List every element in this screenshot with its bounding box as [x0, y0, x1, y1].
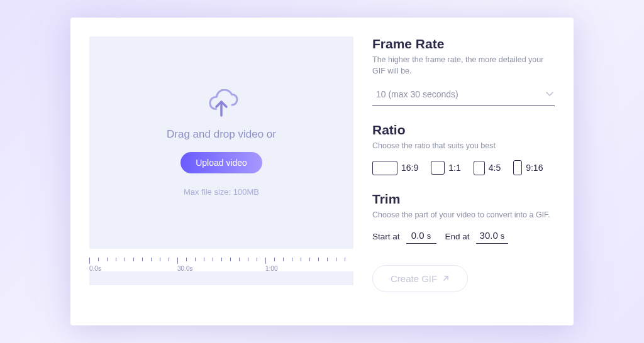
- ratio-box-icon: [474, 161, 485, 175]
- ratio-box-icon: [431, 161, 445, 175]
- trim-end-value: 30.0: [480, 230, 498, 241]
- trim-end-input[interactable]: 30.0 s: [476, 230, 509, 244]
- ratio-desc: Choose the ratio that suits you best: [372, 140, 555, 151]
- create-gif-label: Create GIF: [391, 273, 437, 284]
- trim-unit: s: [427, 231, 431, 241]
- trim-desc: Choose the part of your video to convert…: [372, 209, 555, 220]
- upload-video-button[interactable]: Upload video: [180, 152, 262, 173]
- trim-unit: s: [501, 231, 505, 241]
- timeline-label-1: 30.0s: [177, 265, 265, 272]
- ratio-title: Ratio: [372, 122, 555, 138]
- trim-end-group: End at 30.0 s: [445, 230, 509, 244]
- ratio-box-icon: [372, 161, 397, 175]
- right-column: Frame Rate The higher the frame rate, th…: [372, 36, 555, 308]
- timeline-track[interactable]: [89, 271, 353, 285]
- trim-start-value: 0.0: [411, 230, 425, 241]
- ratio-label: 16:9: [401, 163, 418, 173]
- ratio-option-16-9[interactable]: 16:9: [372, 161, 418, 175]
- timeline-label-2: 1:00: [265, 265, 353, 272]
- timeline-label-0: 0.0s: [89, 265, 177, 272]
- timeline-ruler: 0.0s 30.0s 1:00: [89, 258, 353, 268]
- gif-editor-card: Drag and drop video or Upload video Max …: [70, 18, 574, 325]
- chevron-down-icon: [546, 92, 553, 97]
- trim-end-label: End at: [445, 232, 470, 244]
- trim-start-group: Start at 0.0 s: [372, 230, 436, 244]
- upload-cloud-icon: [204, 89, 239, 118]
- trim-start-input[interactable]: 0.0 s: [406, 230, 436, 244]
- ratio-option-4-5[interactable]: 4:5: [474, 161, 501, 175]
- left-column: Drag and drop video or Upload video Max …: [89, 36, 353, 308]
- frame-rate-desc: The higher the frame rate, the more deta…: [372, 54, 555, 77]
- ratio-section: Ratio Choose the ratio that suits you be…: [372, 122, 555, 192]
- frame-rate-select[interactable]: 10 (max 30 seconds): [372, 85, 555, 106]
- frame-rate-value: 10 (max 30 seconds): [376, 89, 458, 99]
- trim-section: Trim Choose the part of your video to co…: [372, 192, 555, 243]
- trim-title: Trim: [372, 192, 555, 207]
- ratio-option-9-16[interactable]: 9:16: [513, 160, 543, 175]
- video-dropzone[interactable]: Drag and drop video or Upload video Max …: [89, 36, 353, 249]
- frame-rate-title: Frame Rate: [372, 36, 555, 52]
- frame-rate-section: Frame Rate The higher the frame rate, th…: [372, 36, 555, 122]
- ratio-label: 4:5: [489, 163, 501, 173]
- ratio-label: 9:16: [526, 163, 543, 173]
- ratio-box-icon: [513, 160, 522, 175]
- ratio-options: 16:9 1:1 4:5 9:16: [372, 160, 555, 175]
- max-file-size-text: Max file size: 100MB: [184, 187, 259, 197]
- create-gif-button[interactable]: Create GIF: [372, 265, 468, 292]
- dropzone-text: Drag and drop video or: [167, 128, 276, 141]
- ratio-option-1-1[interactable]: 1:1: [431, 161, 460, 175]
- ratio-label: 1:1: [448, 163, 460, 173]
- timeline: 0.0s 30.0s 1:00: [89, 258, 353, 285]
- arrow-up-right-icon: [442, 275, 450, 282]
- trim-start-label: Start at: [372, 232, 400, 244]
